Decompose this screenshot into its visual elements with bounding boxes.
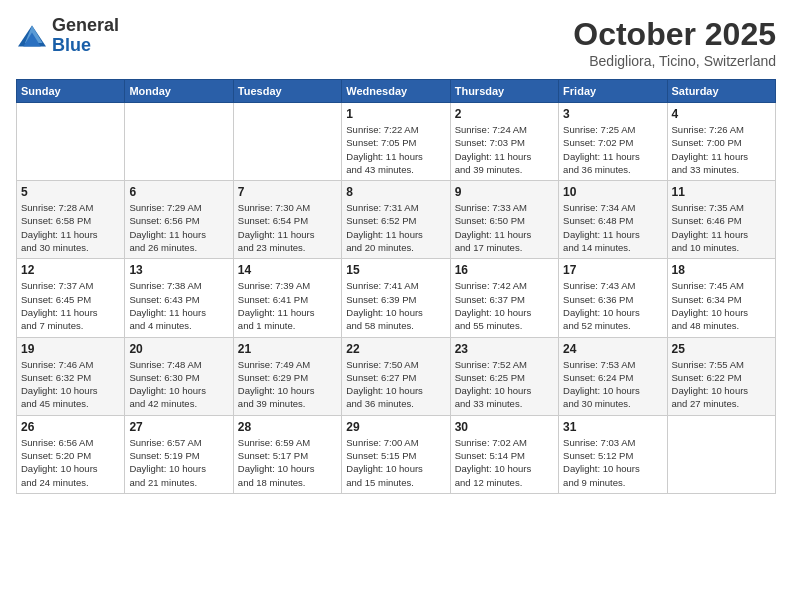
calendar-cell: 24Sunrise: 7:53 AM Sunset: 6:24 PM Dayli… [559,337,667,415]
day-info: Sunrise: 7:03 AM Sunset: 5:12 PM Dayligh… [563,436,662,489]
calendar-cell: 4Sunrise: 7:26 AM Sunset: 7:00 PM Daylig… [667,103,775,181]
day-number: 3 [563,107,662,121]
day-number: 6 [129,185,228,199]
calendar-cell [17,103,125,181]
day-info: Sunrise: 7:45 AM Sunset: 6:34 PM Dayligh… [672,279,771,332]
calendar-cell: 31Sunrise: 7:03 AM Sunset: 5:12 PM Dayli… [559,415,667,493]
day-info: Sunrise: 7:53 AM Sunset: 6:24 PM Dayligh… [563,358,662,411]
day-info: Sunrise: 6:56 AM Sunset: 5:20 PM Dayligh… [21,436,120,489]
calendar-cell: 2Sunrise: 7:24 AM Sunset: 7:03 PM Daylig… [450,103,558,181]
day-info: Sunrise: 7:00 AM Sunset: 5:15 PM Dayligh… [346,436,445,489]
calendar-cell [125,103,233,181]
logo-blue-text: Blue [52,35,91,55]
logo: General Blue [16,16,119,56]
day-number: 12 [21,263,120,277]
week-row-2: 5Sunrise: 7:28 AM Sunset: 6:58 PM Daylig… [17,181,776,259]
day-info: Sunrise: 7:41 AM Sunset: 6:39 PM Dayligh… [346,279,445,332]
day-info: Sunrise: 7:26 AM Sunset: 7:00 PM Dayligh… [672,123,771,176]
week-row-1: 1Sunrise: 7:22 AM Sunset: 7:05 PM Daylig… [17,103,776,181]
day-info: Sunrise: 7:42 AM Sunset: 6:37 PM Dayligh… [455,279,554,332]
calendar-cell: 22Sunrise: 7:50 AM Sunset: 6:27 PM Dayli… [342,337,450,415]
day-number: 4 [672,107,771,121]
day-number: 7 [238,185,337,199]
calendar-header: SundayMondayTuesdayWednesdayThursdayFrid… [17,80,776,103]
day-info: Sunrise: 7:31 AM Sunset: 6:52 PM Dayligh… [346,201,445,254]
calendar-cell: 5Sunrise: 7:28 AM Sunset: 6:58 PM Daylig… [17,181,125,259]
day-number: 23 [455,342,554,356]
month-title: October 2025 [573,16,776,53]
page-header: General Blue October 2025 Bedigliora, Ti… [16,16,776,69]
location-text: Bedigliora, Ticino, Switzerland [573,53,776,69]
week-row-3: 12Sunrise: 7:37 AM Sunset: 6:45 PM Dayli… [17,259,776,337]
calendar-cell: 17Sunrise: 7:43 AM Sunset: 6:36 PM Dayli… [559,259,667,337]
title-block: October 2025 Bedigliora, Ticino, Switzer… [573,16,776,69]
day-info: Sunrise: 7:39 AM Sunset: 6:41 PM Dayligh… [238,279,337,332]
weekday-header-monday: Monday [125,80,233,103]
calendar-cell: 25Sunrise: 7:55 AM Sunset: 6:22 PM Dayli… [667,337,775,415]
day-info: Sunrise: 7:55 AM Sunset: 6:22 PM Dayligh… [672,358,771,411]
calendar-cell [667,415,775,493]
day-number: 8 [346,185,445,199]
weekday-header-thursday: Thursday [450,80,558,103]
calendar-cell: 26Sunrise: 6:56 AM Sunset: 5:20 PM Dayli… [17,415,125,493]
calendar-cell: 8Sunrise: 7:31 AM Sunset: 6:52 PM Daylig… [342,181,450,259]
calendar-cell: 29Sunrise: 7:00 AM Sunset: 5:15 PM Dayli… [342,415,450,493]
day-info: Sunrise: 7:25 AM Sunset: 7:02 PM Dayligh… [563,123,662,176]
day-number: 5 [21,185,120,199]
day-info: Sunrise: 7:43 AM Sunset: 6:36 PM Dayligh… [563,279,662,332]
day-number: 20 [129,342,228,356]
calendar-cell: 9Sunrise: 7:33 AM Sunset: 6:50 PM Daylig… [450,181,558,259]
day-info: Sunrise: 7:24 AM Sunset: 7:03 PM Dayligh… [455,123,554,176]
day-number: 14 [238,263,337,277]
calendar-cell: 7Sunrise: 7:30 AM Sunset: 6:54 PM Daylig… [233,181,341,259]
calendar-cell: 1Sunrise: 7:22 AM Sunset: 7:05 PM Daylig… [342,103,450,181]
day-info: Sunrise: 6:57 AM Sunset: 5:19 PM Dayligh… [129,436,228,489]
logo-icon [16,22,48,50]
day-info: Sunrise: 7:30 AM Sunset: 6:54 PM Dayligh… [238,201,337,254]
calendar-cell: 27Sunrise: 6:57 AM Sunset: 5:19 PM Dayli… [125,415,233,493]
calendar-cell [233,103,341,181]
weekday-header-saturday: Saturday [667,80,775,103]
day-number: 27 [129,420,228,434]
day-number: 30 [455,420,554,434]
calendar-cell: 23Sunrise: 7:52 AM Sunset: 6:25 PM Dayli… [450,337,558,415]
day-number: 24 [563,342,662,356]
logo-general-text: General [52,15,119,35]
day-info: Sunrise: 7:49 AM Sunset: 6:29 PM Dayligh… [238,358,337,411]
calendar-cell: 13Sunrise: 7:38 AM Sunset: 6:43 PM Dayli… [125,259,233,337]
weekday-header-wednesday: Wednesday [342,80,450,103]
day-number: 13 [129,263,228,277]
weekday-header-sunday: Sunday [17,80,125,103]
day-info: Sunrise: 7:38 AM Sunset: 6:43 PM Dayligh… [129,279,228,332]
day-number: 17 [563,263,662,277]
day-number: 26 [21,420,120,434]
calendar-body: 1Sunrise: 7:22 AM Sunset: 7:05 PM Daylig… [17,103,776,494]
logo-text: General Blue [52,16,119,56]
calendar-cell: 19Sunrise: 7:46 AM Sunset: 6:32 PM Dayli… [17,337,125,415]
day-info: Sunrise: 7:48 AM Sunset: 6:30 PM Dayligh… [129,358,228,411]
day-info: Sunrise: 7:35 AM Sunset: 6:46 PM Dayligh… [672,201,771,254]
day-info: Sunrise: 7:28 AM Sunset: 6:58 PM Dayligh… [21,201,120,254]
week-row-4: 19Sunrise: 7:46 AM Sunset: 6:32 PM Dayli… [17,337,776,415]
calendar-cell: 18Sunrise: 7:45 AM Sunset: 6:34 PM Dayli… [667,259,775,337]
day-number: 16 [455,263,554,277]
calendar-cell: 12Sunrise: 7:37 AM Sunset: 6:45 PM Dayli… [17,259,125,337]
day-number: 31 [563,420,662,434]
day-number: 10 [563,185,662,199]
calendar-cell: 20Sunrise: 7:48 AM Sunset: 6:30 PM Dayli… [125,337,233,415]
day-number: 28 [238,420,337,434]
calendar-cell: 6Sunrise: 7:29 AM Sunset: 6:56 PM Daylig… [125,181,233,259]
day-info: Sunrise: 7:33 AM Sunset: 6:50 PM Dayligh… [455,201,554,254]
calendar-cell: 30Sunrise: 7:02 AM Sunset: 5:14 PM Dayli… [450,415,558,493]
weekday-header-friday: Friday [559,80,667,103]
weekday-row: SundayMondayTuesdayWednesdayThursdayFrid… [17,80,776,103]
day-number: 1 [346,107,445,121]
day-info: Sunrise: 6:59 AM Sunset: 5:17 PM Dayligh… [238,436,337,489]
calendar-cell: 15Sunrise: 7:41 AM Sunset: 6:39 PM Dayli… [342,259,450,337]
day-info: Sunrise: 7:22 AM Sunset: 7:05 PM Dayligh… [346,123,445,176]
day-info: Sunrise: 7:46 AM Sunset: 6:32 PM Dayligh… [21,358,120,411]
day-info: Sunrise: 7:52 AM Sunset: 6:25 PM Dayligh… [455,358,554,411]
day-info: Sunrise: 7:37 AM Sunset: 6:45 PM Dayligh… [21,279,120,332]
day-info: Sunrise: 7:02 AM Sunset: 5:14 PM Dayligh… [455,436,554,489]
day-number: 29 [346,420,445,434]
